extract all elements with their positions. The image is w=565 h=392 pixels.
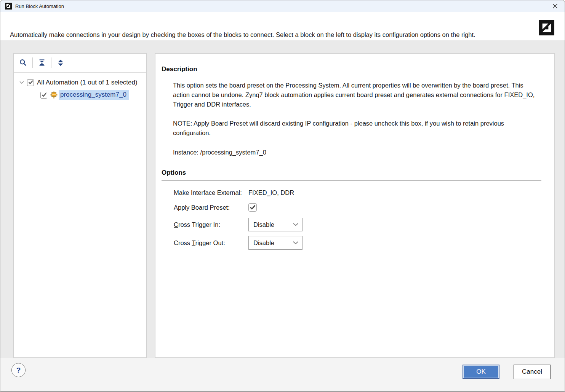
cancel-button[interactable]: Cancel	[514, 365, 551, 379]
description-paragraph-1: This option sets the board preset on the…	[173, 81, 539, 109]
collapse-all-icon[interactable]	[37, 58, 46, 67]
tree-row-processing-system[interactable]: processing_system7_0	[14, 89, 146, 101]
cross-trigger-in-value: Disable	[253, 221, 293, 228]
make-interface-external-value: FIXED_IO, DDR	[248, 189, 294, 196]
run-block-automation-dialog: Run Block Automation Automatically make …	[0, 0, 565, 392]
tree-toolbar	[14, 54, 146, 73]
cross-trigger-out-label: Cross Trigger Out:	[174, 239, 248, 247]
help-button[interactable]: ?	[11, 363, 26, 377]
expand-all-icon[interactable]	[56, 58, 65, 67]
dialog-header: Automatically make connections in your d…	[0, 12, 565, 40]
automation-tree: All Automation (1 out of 1 selected)	[14, 73, 146, 101]
option-row-make-interface-external: Make Interface External: FIXED_IO, DDR	[174, 188, 294, 198]
options-heading: Options	[162, 169, 186, 177]
cross-trigger-out-dropdown[interactable]: Disable	[248, 236, 303, 250]
brand-logo-icon	[539, 20, 554, 35]
make-interface-external-label: Make Interface External:	[174, 189, 248, 196]
chevron-down-icon	[293, 223, 298, 226]
description-heading: Description	[162, 65, 197, 73]
ip-core-icon	[50, 91, 58, 99]
dialog-footer: ? OK Cancel	[0, 358, 565, 391]
toolbar-separator	[32, 57, 33, 68]
toolbar-separator	[51, 57, 51, 68]
title-bar: Run Block Automation	[0, 0, 565, 12]
description-paragraph-2: NOTE: Apply Board Preset will discard ex…	[173, 119, 539, 138]
processing-system-checkbox[interactable]	[40, 92, 47, 99]
all-automation-checkbox[interactable]	[27, 79, 34, 86]
apply-board-preset-checkbox[interactable]	[248, 203, 257, 212]
question-mark-icon: ?	[16, 366, 21, 374]
ok-button[interactable]: OK	[463, 365, 499, 379]
configuration-panel: Description This option sets the board p…	[155, 53, 555, 358]
app-logo-icon	[5, 3, 12, 10]
option-row-apply-board-preset: Apply Board Preset:	[174, 202, 257, 213]
search-icon[interactable]	[19, 58, 28, 67]
window-title: Run Block Automation	[15, 3, 64, 9]
cross-trigger-out-value: Disable	[253, 239, 293, 247]
chevron-down-icon	[293, 241, 298, 244]
all-automation-label: All Automation (1 out of 1 selected)	[37, 79, 138, 86]
cross-trigger-in-label: Cross Trigger In:	[174, 221, 248, 228]
option-row-cross-trigger-in: Cross Trigger In: Disable	[174, 218, 303, 231]
close-icon[interactable]	[550, 1, 560, 11]
option-row-cross-trigger-out: Cross Trigger Out: Disable	[174, 236, 303, 250]
tree-row-all-automation[interactable]: All Automation (1 out of 1 selected)	[14, 76, 146, 89]
cross-trigger-in-dropdown[interactable]: Disable	[248, 218, 303, 231]
automation-tree-panel: All Automation (1 out of 1 selected)	[13, 53, 147, 358]
instruction-text: Automatically make connections in your d…	[10, 31, 475, 38]
instance-line: Instance: /processing_system7_0	[173, 148, 539, 157]
description-rule	[162, 77, 541, 77]
processing-system-label[interactable]: processing_system7_0	[59, 90, 129, 100]
dialog-body: All Automation (1 out of 1 selected)	[0, 40, 565, 358]
options-rule	[162, 180, 541, 181]
chevron-down-icon[interactable]	[18, 79, 25, 86]
apply-board-preset-label: Apply Board Preset:	[174, 204, 248, 211]
